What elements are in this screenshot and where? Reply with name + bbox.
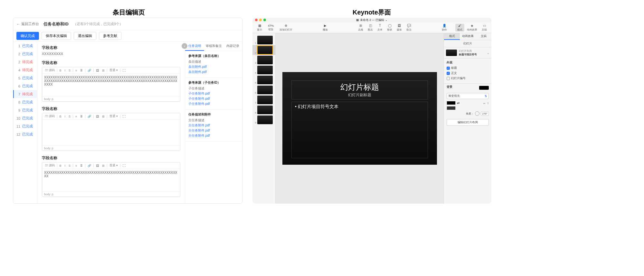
sidebar-item[interactable]: 5已完成	[13, 74, 37, 82]
image-btn[interactable]: 🖼	[95, 115, 100, 118]
tab-task-desc[interactable]: 任务说明	[185, 42, 204, 51]
sidebar-item[interactable]: 6已完成	[13, 82, 37, 90]
back-button[interactable]: ← 返回工作台	[16, 22, 39, 26]
inspector-tab-animate[interactable]: 动画效果	[460, 33, 476, 40]
gradient-stop-1[interactable]	[447, 101, 456, 105]
confirm-button[interactable]: 确认完成	[16, 32, 39, 40]
format-select[interactable]: 普通 ▾	[109, 68, 119, 72]
source-btn[interactable]: ▤ 源码	[44, 68, 56, 72]
slide-thumbnail-row[interactable]: 7	[252, 95, 275, 105]
animate-button[interactable]: ◈动画效果	[465, 24, 479, 32]
slide-thumbnail-row[interactable]: 6	[252, 85, 275, 95]
italic-btn[interactable]: I	[64, 115, 67, 118]
minimize-window-icon[interactable]	[259, 19, 262, 21]
zoom-select[interactable]: 47%缩放	[265, 24, 277, 32]
table-btn[interactable]: ⊞	[101, 164, 106, 167]
background-swatch[interactable]	[479, 86, 489, 90]
media-button[interactable]: 🖼媒体	[395, 24, 404, 32]
slide-thumbnail[interactable]	[257, 115, 273, 124]
edit-layout-button[interactable]: 编辑幻灯片布局	[447, 119, 489, 126]
sidebar-item[interactable]: 2已完成	[13, 50, 37, 58]
ref-link[interactable]: 主任务附件.pdf	[188, 133, 239, 138]
list-btn[interactable]: ≡	[74, 115, 78, 118]
italic-btn[interactable]: I	[64, 69, 67, 72]
gradient-stop-2[interactable]	[447, 106, 456, 110]
strike-btn[interactable]: S	[68, 115, 71, 118]
slide-thumbnail[interactable]	[257, 36, 273, 44]
slide-thumbnail[interactable]	[257, 106, 273, 114]
text-button[interactable]: T文本	[375, 24, 384, 32]
slide-thumbnail[interactable]	[257, 96, 273, 104]
format-select[interactable]: 普通 ▾	[109, 163, 119, 168]
table-btn[interactable]: ⊞	[101, 69, 106, 72]
bold-btn[interactable]: B	[59, 164, 62, 167]
bold-btn[interactable]: B	[59, 69, 62, 72]
chart-button[interactable]: ◫图表	[366, 24, 375, 32]
slide-title[interactable]: 幻灯片标题	[293, 82, 426, 92]
link-btn[interactable]: 🔗	[87, 164, 92, 167]
flip-h-icon[interactable]: ↔	[483, 101, 486, 105]
ref-link[interactable]: 条目附件.pdf	[188, 65, 239, 69]
slide-bullet[interactable]: • 幻灯片项目符号文本	[295, 104, 424, 110]
sidebar-item[interactable]: 11已完成	[13, 122, 37, 130]
inspector-tab-format[interactable]: 格式	[444, 33, 460, 40]
sidebar-item[interactable]: 9已完成	[13, 106, 37, 114]
expand-btn[interactable]: ⛶	[122, 115, 127, 118]
sidebar-item[interactable]: 10已完成	[13, 114, 37, 122]
slide-thumbnail[interactable]	[257, 76, 273, 84]
slide-thumbnail-row[interactable]: 8	[252, 105, 275, 115]
checkbox-title[interactable]: ✓标题	[447, 66, 489, 70]
inspector-tab-document[interactable]: 文稿	[476, 33, 491, 40]
collapse-right-panel-icon[interactable]: ›	[182, 43, 187, 49]
sidebar-item[interactable]: 8已完成	[13, 98, 37, 106]
expand-btn[interactable]: ⛶	[122, 164, 127, 167]
slide-thumbnail-row[interactable]: 1	[252, 35, 275, 45]
document-button[interactable]: ▭文稿	[480, 24, 489, 32]
shape-button[interactable]: ◯形状	[385, 24, 394, 32]
tab-review[interactable]: 审核和备注	[204, 42, 223, 51]
bold-btn[interactable]: B	[59, 115, 62, 118]
slide-canvas[interactable]: 幻灯片标题 幻灯片副标题 • 幻灯片项目符号文本	[276, 33, 444, 204]
slide-body-box[interactable]: • 幻灯片项目符号文本	[291, 102, 428, 158]
maximize-window-icon[interactable]	[263, 19, 266, 21]
slide-thumbnail-row[interactable]: 9	[252, 115, 275, 125]
save-button[interactable]: 保存本次编辑	[42, 32, 71, 40]
collab-button[interactable]: 👤协作	[440, 24, 449, 32]
sidebar-item[interactable]: 4待完成	[13, 66, 37, 74]
sidebar-item[interactable]: 2待完成	[13, 58, 37, 66]
sidebar-item[interactable]: 12已完成	[13, 130, 37, 138]
slide-thumbnail-row[interactable]: 2	[252, 45, 275, 55]
comment-button[interactable]: 💬批注	[404, 24, 413, 32]
table-button[interactable]: ⊞表格	[356, 24, 365, 32]
slide-thumbnail[interactable]	[257, 86, 273, 94]
list-btn[interactable]: ≡	[74, 164, 78, 167]
ref-link[interactable]: 子任务附件.pdf	[188, 97, 239, 101]
strike-btn[interactable]: S	[68, 164, 71, 167]
ref-link[interactable]: 子任务附件.pdf	[188, 91, 239, 96]
slide-thumbnail-row[interactable]: 4	[252, 65, 275, 75]
image-btn[interactable]: 🖼	[95, 164, 100, 167]
ref-link[interactable]: 主任务附件.pdf	[188, 128, 239, 133]
add-slide-button[interactable]: ⊕添加幻灯片	[278, 24, 294, 32]
format-select[interactable]: 普通 ▾	[109, 114, 119, 118]
exit-button[interactable]: 退出编辑	[74, 32, 96, 40]
play-button[interactable]: ▶播放	[321, 24, 330, 32]
slide-thumbnail[interactable]	[257, 66, 273, 74]
slide-thumbnail-row[interactable]: 3	[252, 55, 275, 65]
flip-v-icon[interactable]: ↕	[487, 101, 489, 105]
editor-textarea[interactable]: XXXXXXXXXXXXXXXXXXXXXXXXXXXXXXXXXXXXXXXX…	[42, 169, 180, 191]
fill-type-select[interactable]: 渐变填充 ⇅	[447, 93, 489, 99]
source-btn[interactable]: ▤ 源码	[44, 114, 56, 118]
slide-subtitle[interactable]: 幻灯片副标题	[293, 92, 426, 98]
tab-content-log[interactable]: 内容记录	[223, 42, 242, 51]
slide[interactable]: 幻灯片标题 幻灯片副标题 • 幻灯片项目符号文本	[282, 72, 437, 165]
slide-thumbnail-row[interactable]: 5	[252, 75, 275, 85]
slide-title-box[interactable]: 幻灯片标题 幻灯片副标题	[291, 80, 428, 99]
italic-btn[interactable]: I	[64, 164, 67, 167]
angle-dial[interactable]	[475, 111, 479, 116]
olist-btn[interactable]: ≣	[79, 69, 84, 72]
strike-btn[interactable]: S	[68, 69, 71, 72]
editor-textarea[interactable]	[42, 120, 180, 145]
olist-btn[interactable]: ≣	[79, 115, 84, 118]
slide-layout-picker[interactable]: 幻灯片布局 标题与项目符号 ⌄	[444, 47, 491, 59]
